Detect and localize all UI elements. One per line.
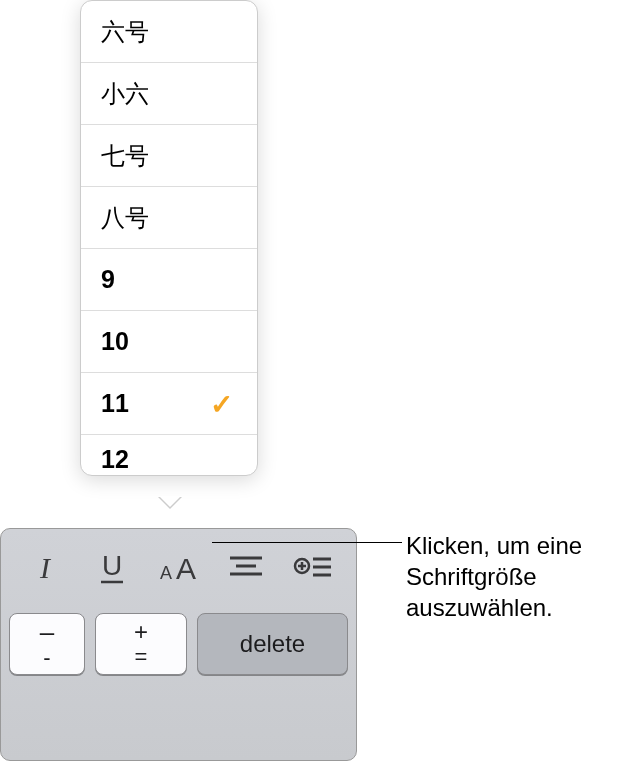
italic-button[interactable]: I (11, 529, 78, 607)
font-size-label: 12 (101, 445, 129, 474)
svg-text:A: A (175, 552, 195, 584)
font-size-label: 9 (101, 265, 115, 294)
svg-text:I: I (39, 552, 52, 584)
align-button[interactable] (212, 529, 279, 607)
font-size-label: 八号 (101, 202, 149, 234)
minus-key[interactable]: – - (9, 613, 85, 675)
font-size-popup: 六号小六七号八号91011✓12 (80, 0, 258, 476)
callout-leader-line (212, 542, 402, 543)
format-toolbar: I U A A (1, 529, 356, 607)
keyboard-row: – - + = delete (1, 607, 356, 683)
plus-key[interactable]: + = (95, 613, 187, 675)
font-size-list[interactable]: 六号小六七号八号91011✓12 (81, 1, 257, 475)
font-size-label: 10 (101, 327, 129, 356)
font-size-button[interactable]: A A (145, 529, 212, 607)
callout-text: Klicken, um eine Schriftgröße auszuwähle… (406, 530, 638, 624)
insert-icon (293, 554, 333, 582)
svg-text:U: U (101, 551, 121, 581)
align-icon (228, 554, 264, 582)
keyboard-toolbar: I U A A (0, 528, 357, 761)
key-symbol-top: + (134, 620, 148, 644)
underline-button[interactable]: U (78, 529, 145, 607)
font-size-label: 六号 (101, 16, 149, 48)
italic-icon: I (31, 552, 59, 584)
underline-icon: U (97, 551, 127, 585)
font-size-option[interactable]: 10 (81, 311, 257, 373)
font-size-label: 小六 (101, 78, 149, 110)
font-size-option[interactable]: 12 (81, 435, 257, 475)
delete-label: delete (240, 632, 305, 656)
font-size-option[interactable]: 七号 (81, 125, 257, 187)
popup-tail (158, 497, 182, 509)
font-size-option[interactable]: 9 (81, 249, 257, 311)
key-symbol-bottom: - (43, 647, 50, 669)
checkmark-icon: ✓ (210, 387, 233, 420)
svg-text:A: A (159, 563, 171, 583)
font-size-option[interactable]: 八号 (81, 187, 257, 249)
delete-key[interactable]: delete (197, 613, 348, 675)
font-size-option[interactable]: 11✓ (81, 373, 257, 435)
font-size-option[interactable]: 小六 (81, 63, 257, 125)
font-size-option[interactable]: 六号 (81, 1, 257, 63)
font-size-icon: A A (156, 552, 202, 584)
font-size-label: 七号 (101, 140, 149, 172)
key-symbol-top: – (40, 619, 54, 645)
insert-button[interactable] (279, 529, 346, 607)
font-size-label: 11 (101, 389, 129, 418)
key-symbol-bottom: = (135, 646, 148, 668)
